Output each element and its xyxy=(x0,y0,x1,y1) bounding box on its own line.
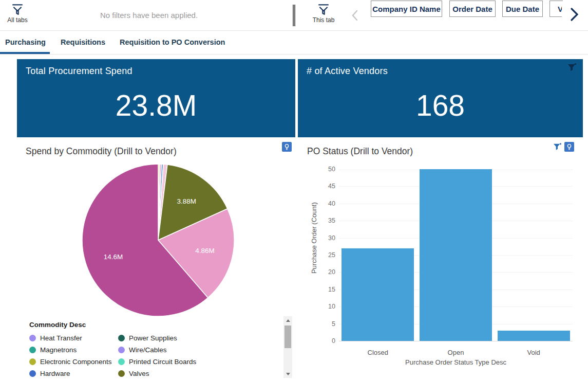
kpi-card-active-vendors[interactable]: # of Active Vendors 168 xyxy=(298,59,583,137)
legend-color-dot xyxy=(29,347,36,353)
pie-legend: Heat TransferMagnetronsElectronic Compon… xyxy=(29,332,221,379)
pie-slice-label: 4.86M xyxy=(195,247,215,255)
legend-item[interactable]: Heat Transfer xyxy=(29,332,118,344)
legend-color-dot xyxy=(118,370,125,377)
kpi-value: 168 xyxy=(298,90,583,121)
legend-item-label: Magnetrons xyxy=(40,346,77,354)
insight-badge-button[interactable] xyxy=(564,142,574,152)
chevron-right-icon xyxy=(567,7,581,22)
x-tick-label: Closed xyxy=(339,349,417,356)
filter-chip-order-date[interactable]: Order Date xyxy=(449,1,496,17)
legend-color-dot xyxy=(118,358,125,365)
kpi-value: 23.8M xyxy=(17,90,295,121)
all-tabs-label: All tabs xyxy=(3,16,32,24)
scroll-chips-right-button[interactable] xyxy=(562,3,586,26)
scrollbar-thumb[interactable] xyxy=(284,325,291,348)
legend-item-label: Hardware xyxy=(40,370,70,377)
insight-badge-button[interactable] xyxy=(282,142,292,152)
bar-x-axis-title: Purchase Order Status Type Desc xyxy=(339,358,573,366)
pie-slice-label: 14.6M xyxy=(104,253,123,261)
legend-color-dot xyxy=(29,335,36,341)
y-tick-label: 45 xyxy=(316,183,335,190)
pie-chart-title: Spend by Commodity (Drill to Vendor) xyxy=(26,146,177,157)
legend-color-dot xyxy=(29,370,36,377)
gridline xyxy=(339,341,573,341)
legend-item-label: Printed Circuit Boards xyxy=(129,358,196,366)
spend-by-commodity-pie-chart: 3.88M4.86M14.6M xyxy=(81,163,235,317)
scroll-chips-left-button[interactable] xyxy=(349,9,362,24)
filter-funnel-icon xyxy=(11,3,24,16)
pie-slice-label: 3.88M xyxy=(177,197,196,205)
bar-void[interactable] xyxy=(498,331,570,341)
x-tick-label: Void xyxy=(495,349,573,356)
legend-color-dot xyxy=(118,347,125,353)
legend-color-dot xyxy=(29,358,36,365)
y-tick-label: 20 xyxy=(316,268,335,276)
all-tabs-filter-button[interactable]: All tabs xyxy=(3,3,32,24)
y-tick-label: 10 xyxy=(316,303,335,310)
legend-item-label: Valves xyxy=(129,370,149,377)
kpi-title: Total Procurement Spend xyxy=(26,66,132,77)
po-status-bar-chart: 05101520253035404550ClosedOpenVoid xyxy=(339,170,573,341)
scroll-down-arrow[interactable] xyxy=(283,370,292,378)
x-tick-label: Open xyxy=(417,349,495,356)
y-tick-label: 50 xyxy=(316,166,335,173)
kpi-title: # of Active Vendors xyxy=(307,66,388,77)
filter-chip-company-id-name[interactable]: Company ID Name xyxy=(371,1,442,17)
legend-item[interactable]: Electronic Components xyxy=(29,356,118,368)
y-tick-label: 30 xyxy=(316,234,335,242)
filter-funnel-icon xyxy=(317,3,330,16)
filter-chip-clipped[interactable]: V xyxy=(549,1,563,17)
legend-item-label: Heat Transfer xyxy=(40,334,82,342)
dashboard-page: All tabs No filters have been applied. T… xyxy=(0,0,588,380)
y-tick-label: 5 xyxy=(316,320,335,328)
y-tick-label: 40 xyxy=(316,200,335,207)
lightbulb-icon xyxy=(283,143,290,150)
no-filters-message: No filters have been applied. xyxy=(56,0,241,30)
applied-filter-icon[interactable] xyxy=(567,63,577,74)
tab-bar: Purchasing Requisitions Requisition to P… xyxy=(0,31,588,55)
filter-bar: All tabs No filters have been applied. T… xyxy=(0,0,588,31)
chevron-left-icon xyxy=(349,9,362,22)
panel-splitter-handle[interactable] xyxy=(293,5,295,26)
tab-requisition-to-po-conversion[interactable]: Requisition to PO Conversion xyxy=(120,31,225,54)
y-tick-label: 0 xyxy=(316,337,335,345)
legend-item[interactable]: Power Supplies xyxy=(118,332,221,344)
legend-title: Commodity Desc xyxy=(29,321,86,329)
active-tab-indicator xyxy=(0,52,50,54)
legend-item[interactable]: Wire/Cables xyxy=(118,344,221,356)
tab-purchasing[interactable]: Purchasing xyxy=(5,31,46,54)
legend-item[interactable]: Valves xyxy=(118,368,221,379)
legend-item-label: Power Supplies xyxy=(129,334,177,342)
scroll-up-arrow[interactable] xyxy=(283,316,292,324)
tab-requisitions[interactable]: Requisitions xyxy=(61,31,105,54)
y-tick-label: 35 xyxy=(316,217,335,224)
lightbulb-icon xyxy=(566,143,573,150)
legend-item[interactable]: Hardware xyxy=(29,368,118,379)
filter-chip-due-date[interactable]: Due Date xyxy=(502,1,543,17)
legend-item-label: Electronic Components xyxy=(40,358,112,366)
this-tab-label: This tab xyxy=(309,16,338,24)
y-tick-label: 15 xyxy=(316,286,335,293)
this-tab-filter-button[interactable]: This tab xyxy=(309,3,338,24)
local-filter-icon[interactable] xyxy=(553,142,562,153)
legend-scrollbar[interactable] xyxy=(283,316,292,378)
bar-chart-title: PO Status (Drill to Vendor) xyxy=(307,146,413,157)
y-tick-label: 25 xyxy=(316,251,335,259)
legend-color-dot xyxy=(118,335,125,341)
legend-item-label: Wire/Cables xyxy=(129,346,167,354)
kpi-card-total-procurement-spend[interactable]: Total Procurement Spend 23.8M xyxy=(17,59,295,137)
bar-closed[interactable] xyxy=(342,248,414,341)
legend-item[interactable]: Printed Circuit Boards xyxy=(118,356,221,368)
legend-item[interactable]: Magnetrons xyxy=(29,344,118,356)
bar-open[interactable] xyxy=(420,169,492,341)
